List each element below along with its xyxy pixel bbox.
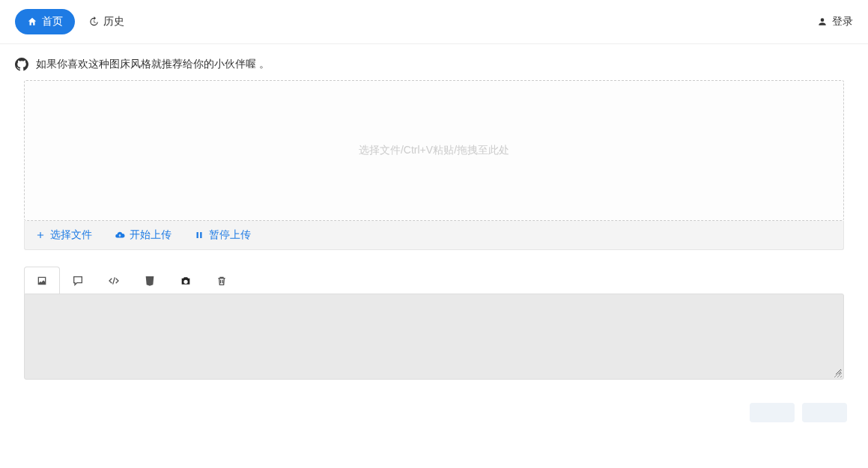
- login-link[interactable]: 登录: [817, 15, 853, 28]
- pause-upload-button[interactable]: 暂停上传: [194, 228, 251, 242]
- select-file-label: 选择文件: [50, 228, 92, 242]
- login-label: 登录: [832, 15, 853, 28]
- history-icon: [88, 16, 99, 27]
- nav-left: 首页 历史: [15, 9, 124, 34]
- upload-action-bar: 选择文件 开始上传 暂停上传: [24, 221, 844, 250]
- main-container: 选择文件/Ctrl+V粘贴/拖拽至此处 选择文件 开始上传 暂停上传: [0, 80, 868, 395]
- upload-dropzone[interactable]: 选择文件/Ctrl+V粘贴/拖拽至此处: [24, 80, 844, 221]
- image-icon: [36, 275, 48, 287]
- home-button[interactable]: 首页: [15, 9, 75, 34]
- history-link[interactable]: 历史: [88, 15, 124, 28]
- pause-icon: [194, 230, 204, 240]
- tab-comment[interactable]: [60, 267, 96, 294]
- comment-icon: [72, 275, 84, 287]
- camera-icon: [180, 275, 192, 287]
- cloud-upload-icon: [115, 230, 125, 240]
- pause-upload-label: 暂停上传: [209, 228, 251, 242]
- home-icon: [27, 16, 37, 27]
- output-tabs: [24, 267, 844, 294]
- start-upload-button[interactable]: 开始上传: [115, 228, 172, 242]
- tab-image[interactable]: [24, 267, 60, 294]
- top-nav: 首页 历史 登录: [0, 0, 868, 44]
- nav-right: 登录: [817, 15, 853, 28]
- user-icon: [817, 16, 828, 27]
- notice-bar: 如果你喜欢这种图床风格就推荐给你的小伙伴喔 。: [0, 44, 868, 80]
- plus-icon: [35, 230, 46, 240]
- history-label: 历史: [103, 15, 124, 28]
- tab-trash[interactable]: [204, 267, 240, 294]
- output-textarea[interactable]: [26, 296, 842, 375]
- html5-icon: [144, 275, 156, 287]
- start-upload-label: 开始上传: [130, 228, 172, 242]
- bottom-overlay: [615, 387, 855, 395]
- github-icon: [15, 58, 28, 71]
- tab-html5[interactable]: [132, 267, 168, 294]
- tab-code[interactable]: [96, 267, 132, 294]
- tab-camera[interactable]: [168, 267, 204, 294]
- select-file-button[interactable]: 选择文件: [35, 228, 92, 242]
- notice-text: 如果你喜欢这种图床风格就推荐给你的小伙伴喔 。: [36, 58, 270, 71]
- output-panel: [24, 294, 844, 380]
- home-label: 首页: [42, 15, 63, 28]
- code-icon: [108, 275, 120, 287]
- dropzone-placeholder: 选择文件/Ctrl+V粘贴/拖拽至此处: [359, 144, 509, 157]
- trash-icon: [216, 275, 228, 287]
